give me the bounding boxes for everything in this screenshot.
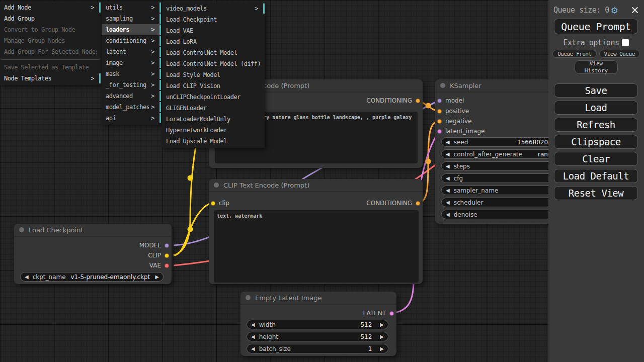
node-header[interactable]: Empty Latent Image: [240, 292, 396, 305]
decrement-arrow-icon[interactable]: ◀: [446, 152, 450, 157]
menu-item-add-node[interactable]: Add Node >: [0, 2, 101, 13]
menu-item-load-checkpoint[interactable]: Load Checkpoint: [162, 14, 265, 25]
output-port-latent[interactable]: LATENT: [363, 309, 394, 318]
output-port-conditioning[interactable]: CONDITIONING: [366, 199, 420, 208]
view-history-button[interactable]: View History: [575, 60, 618, 74]
menu-item-load-controlnet-model-diff[interactable]: Load ControlNet Model (diff): [162, 58, 265, 69]
menu-item-image[interactable]: image >: [102, 57, 161, 68]
menu-item-utils[interactable]: utils >: [102, 2, 161, 13]
port-dot-icon[interactable]: [437, 129, 442, 134]
menu-item-mask[interactable]: mask >: [102, 68, 161, 79]
port-dot-icon[interactable]: [416, 201, 420, 206]
output-port-conditioning[interactable]: CONDITIONING: [366, 96, 420, 105]
refresh-button[interactable]: Refresh: [554, 118, 638, 132]
decrement-arrow-icon[interactable]: ◀: [446, 188, 450, 193]
input-port-latent-image[interactable]: latent_image: [437, 127, 485, 136]
queue-prompt-button[interactable]: Queue Prompt: [554, 19, 638, 34]
clear-button[interactable]: Clear: [554, 152, 638, 166]
output-port-vae[interactable]: VAE: [149, 261, 169, 270]
port-dot-icon[interactable]: [437, 99, 442, 103]
menu-item-gligen-loader[interactable]: GLIGENLoader: [162, 103, 265, 114]
menu-item-load-controlnet-model[interactable]: Load ControlNet Model: [162, 47, 265, 58]
port-dot-icon[interactable]: [165, 243, 169, 248]
node-header[interactable]: CLIP Text Encode (Prompt): [209, 179, 423, 192]
port-dot-icon[interactable]: [389, 311, 394, 316]
widget-batch-size[interactable]: ◀ batch_size 1 ▶: [247, 344, 388, 353]
menu-item-node-templates[interactable]: Node Templates >: [0, 73, 101, 84]
increment-arrow-icon[interactable]: ▶: [380, 346, 384, 351]
menu-item-add-group[interactable]: Add Group: [0, 13, 101, 24]
decrement-arrow-icon[interactable]: ◀: [251, 322, 255, 327]
queue-front-button[interactable]: Queue Front: [552, 50, 596, 58]
widget-label: ckpt_name: [33, 274, 66, 281]
settings-gear-icon[interactable]: ⚙: [611, 5, 618, 16]
menu-item-latent[interactable]: latent >: [102, 46, 161, 57]
menu-item-model-patches[interactable]: model_patches >: [102, 102, 161, 113]
save-button[interactable]: Save: [554, 83, 638, 98]
menu-item-lora-loader-model-only[interactable]: LoraLoaderModelOnly: [162, 114, 265, 125]
menu-item-sampling[interactable]: sampling >: [102, 13, 161, 24]
menu-item-video-models[interactable]: video_models >: [162, 3, 265, 14]
next-arrow-icon[interactable]: ▶: [155, 275, 159, 280]
prev-arrow-icon[interactable]: ◀: [25, 275, 29, 280]
comfyui-canvas[interactable]: CLIP Text Encode (Prompt) clip CONDITION…: [0, 0, 644, 362]
widget-value[interactable]: 512: [360, 321, 372, 328]
widget-value[interactable]: 512: [360, 333, 372, 340]
collapse-dot-icon[interactable]: [246, 295, 251, 300]
node-header[interactable]: Load Checkpoint: [14, 224, 172, 237]
view-queue-button[interactable]: View Queue: [599, 50, 640, 58]
port-dot-icon[interactable]: [437, 109, 442, 114]
port-dot-icon[interactable]: [416, 99, 420, 103]
menu-item-unclip-checkpoint-loader[interactable]: unCLIPCheckpointLoader: [162, 92, 265, 103]
category-menu: utils > sampling > loaders > conditionin…: [102, 1, 161, 125]
menu-item-load-upscale-model[interactable]: Load Upscale Model: [162, 136, 265, 147]
widget-value[interactable]: v1-5-pruned-emaonly.ckpt: [70, 274, 150, 281]
menu-item-load-vae[interactable]: Load VAE: [162, 25, 265, 36]
decrement-arrow-icon[interactable]: ◀: [446, 164, 450, 169]
decrement-arrow-icon[interactable]: ◀: [446, 200, 450, 205]
port-dot-icon[interactable]: [211, 201, 215, 206]
node-load-checkpoint[interactable]: Load Checkpoint MODEL CLIP VAE ◀ ckpt_na…: [14, 224, 172, 284]
clipspace-button[interactable]: Clipspace: [554, 135, 638, 149]
input-port-model[interactable]: model: [437, 96, 464, 105]
menu-item-load-lora[interactable]: Load LoRA: [162, 36, 265, 47]
widget-ckpt-name[interactable]: ◀ ckpt_name v1-5-pruned-emaonly.ckpt ▶: [20, 272, 164, 282]
increment-arrow-icon[interactable]: ▶: [380, 322, 384, 327]
load-default-button[interactable]: Load Default: [554, 169, 638, 183]
collapse-dot-icon[interactable]: [214, 183, 219, 188]
menu-item-api[interactable]: api >: [102, 113, 161, 124]
port-dot-icon[interactable]: [437, 119, 442, 124]
widget-width[interactable]: ◀ width 512 ▶: [247, 320, 388, 329]
menu-item-hypernetwork-loader[interactable]: HypernetworkLoader: [162, 125, 265, 136]
node-empty-latent-image[interactable]: Empty Latent Image LATENT ◀ width 512 ▶ …: [240, 292, 396, 356]
decrement-arrow-icon[interactable]: ◀: [446, 176, 450, 181]
menu-item-load-clip-vision[interactable]: Load CLIP Vision: [162, 80, 265, 92]
decrement-arrow-icon[interactable]: ◀: [446, 212, 450, 217]
node-clip-text-encode-bottom[interactable]: CLIP Text Encode (Prompt) clip CONDITION…: [209, 179, 423, 284]
menu-item-loaders[interactable]: loaders >: [102, 24, 161, 35]
collapse-dot-icon[interactable]: [440, 83, 445, 88]
prompt-textarea[interactable]: text, watermark: [214, 210, 419, 283]
load-button[interactable]: Load: [554, 101, 638, 115]
input-port-positive[interactable]: positive: [437, 107, 469, 116]
output-port-clip[interactable]: CLIP: [148, 251, 169, 260]
port-dot-icon[interactable]: [165, 263, 169, 268]
decrement-arrow-icon[interactable]: ◀: [251, 346, 255, 351]
widget-height[interactable]: ◀ height 512 ▶: [247, 332, 388, 341]
decrement-arrow-icon[interactable]: ◀: [446, 140, 450, 145]
reset-view-button[interactable]: Reset View: [554, 186, 638, 200]
close-icon[interactable]: [631, 6, 639, 14]
menu-item-load-style-model[interactable]: Load Style Model: [162, 69, 265, 80]
output-port-model[interactable]: MODEL: [139, 241, 169, 250]
menu-item-conditioning[interactable]: conditioning >: [102, 35, 161, 46]
input-port-negative[interactable]: negative: [437, 117, 471, 126]
extra-options-checkbox[interactable]: [622, 39, 629, 46]
menu-item-advanced[interactable]: advanced >: [102, 90, 161, 102]
increment-arrow-icon[interactable]: ▶: [380, 334, 384, 339]
menu-item-for-testing[interactable]: _for_testing >: [102, 79, 161, 90]
decrement-arrow-icon[interactable]: ◀: [251, 334, 255, 339]
port-dot-icon[interactable]: [165, 253, 169, 258]
widget-value[interactable]: 1: [368, 345, 372, 352]
input-port-clip[interactable]: clip: [211, 199, 229, 208]
collapse-dot-icon[interactable]: [19, 227, 24, 232]
